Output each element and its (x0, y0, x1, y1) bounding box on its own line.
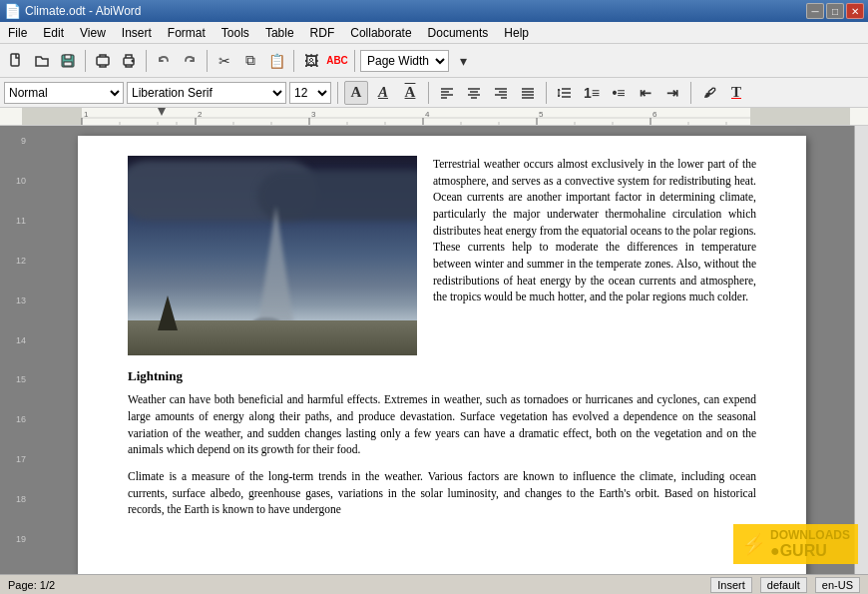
spellcheck-button[interactable]: ABC (325, 49, 349, 73)
statusbar-right: Insert default en-US (710, 577, 860, 593)
svg-rect-27 (22, 108, 854, 126)
font-size-select[interactable]: 12 8 10 14 16 18 24 (289, 82, 331, 104)
paragraph-lightning: Weather can have both beneficial and har… (128, 391, 756, 458)
insert-image-button[interactable]: 🖼 (299, 49, 323, 73)
paragraph-climate: Climate is a measure of the long-term tr… (128, 468, 756, 518)
margin-num-15: 15 (16, 374, 26, 414)
margin-num-14: 14 (16, 335, 26, 375)
align-center-button[interactable] (462, 81, 486, 105)
ruler: 1 2 3 4 5 6 (0, 108, 868, 126)
numbering-button[interactable]: 1≡ (580, 81, 604, 105)
save-button[interactable] (56, 49, 80, 73)
separator-1 (85, 50, 86, 72)
paragraph-weather: Terrestrial weather occurs almost exclus… (433, 156, 756, 305)
redo-button[interactable] (178, 49, 202, 73)
menu-edit[interactable]: Edit (35, 23, 72, 43)
formattoolbar: Normal Heading 1 Heading 2 Heading 3 Lib… (0, 78, 868, 108)
italic-button[interactable]: A (371, 81, 395, 105)
svg-point-6 (132, 60, 134, 62)
page-info: Page: 1/2 (8, 579, 55, 591)
menu-file[interactable]: File (0, 23, 35, 43)
undo-button[interactable] (152, 49, 176, 73)
ruler-svg: 1 2 3 4 5 6 (22, 108, 854, 126)
separator-5 (354, 50, 355, 72)
separator-fmt-2 (428, 82, 429, 104)
indent-button[interactable]: ⇥ (660, 81, 684, 105)
margin-num-9: 9 (21, 136, 26, 176)
zoom-select[interactable]: Page Width 50% 75% 100% 125% 150% 200% (360, 50, 449, 72)
app-icon: 📄 (4, 3, 21, 19)
separator-fmt-4 (690, 82, 691, 104)
status-locale: en-US (815, 577, 860, 593)
margin-num-19: 19 (16, 534, 26, 574)
menu-table[interactable]: Table (257, 23, 302, 43)
margin-num-18: 18 (16, 494, 26, 534)
zoom-dropdown-button[interactable]: ▾ (451, 49, 475, 73)
svg-text:6: 6 (652, 110, 657, 119)
status-default: default (760, 577, 807, 593)
copy-button[interactable]: ⧉ (238, 49, 262, 73)
bullets-button[interactable]: •≡ (607, 81, 631, 105)
toolbar: ✂ ⧉ 📋 🖼 ABC Page Width 50% 75% 100% 125%… (0, 44, 868, 78)
margin-num-10: 10 (16, 176, 26, 216)
svg-text:3: 3 (311, 110, 316, 119)
close-button[interactable]: ✕ (846, 3, 864, 19)
paste-button[interactable]: 📋 (264, 49, 288, 73)
highlight-color-button[interactable]: 🖌 (697, 81, 721, 105)
left-margin: 9 10 11 12 13 14 15 16 17 18 19 (0, 126, 30, 574)
tornado-funnel (258, 206, 294, 325)
statusbar: Page: 1/2 Insert default en-US (0, 574, 868, 594)
menubar: File Edit View Insert Format Tools Table… (0, 22, 868, 44)
separator-2 (146, 50, 147, 72)
svg-text:2: 2 (198, 110, 203, 119)
open-button[interactable] (30, 49, 54, 73)
menu-view[interactable]: View (72, 23, 114, 43)
print-preview-button[interactable] (91, 49, 115, 73)
menu-rdf[interactable]: RDF (302, 23, 343, 43)
menu-collaborate[interactable]: Collaborate (342, 23, 419, 43)
titlebar-left: 📄 Climate.odt - AbiWord (4, 3, 142, 19)
font-select[interactable]: Liberation Serif Arial Times New Roman (127, 82, 286, 104)
titlebar-controls: ─ □ ✕ (806, 3, 864, 19)
outdent-button[interactable]: ⇤ (634, 81, 657, 105)
new-button[interactable] (4, 49, 28, 73)
right-panel (854, 126, 868, 574)
document-container[interactable]: Terrestrial weather occurs almost exclus… (30, 126, 854, 574)
align-justify-button[interactable] (516, 81, 540, 105)
margin-num-12: 12 (16, 256, 26, 296)
underline-button[interactable]: A (398, 81, 422, 105)
margin-num-11: 11 (16, 216, 26, 256)
main-area: 9 10 11 12 13 14 15 16 17 18 19 (0, 126, 868, 574)
heading-lightning: Lightning (128, 367, 756, 385)
paragraph-style-select[interactable]: Normal Heading 1 Heading 2 Heading 3 (4, 82, 124, 104)
print-button[interactable] (117, 49, 141, 73)
menu-insert[interactable]: Insert (114, 23, 160, 43)
image-text-section: Terrestrial weather occurs almost exclus… (128, 156, 756, 355)
status-mode: Insert (710, 577, 752, 593)
svg-text:1: 1 (84, 110, 89, 119)
menu-documents[interactable]: Documents (420, 23, 497, 43)
line-spacing-button[interactable] (553, 81, 577, 105)
menu-format[interactable]: Format (160, 23, 214, 43)
separator-4 (293, 50, 294, 72)
align-right-button[interactable] (489, 81, 513, 105)
bold-button[interactable]: A (344, 81, 368, 105)
minimize-button[interactable]: ─ (806, 3, 824, 19)
separator-fmt-1 (337, 82, 338, 104)
svg-rect-29 (750, 108, 850, 126)
cut-button[interactable]: ✂ (213, 49, 236, 73)
window-title: Climate.odt - AbiWord (25, 4, 142, 18)
svg-rect-2 (65, 55, 71, 59)
menu-tools[interactable]: Tools (214, 23, 257, 43)
align-left-button[interactable] (435, 81, 459, 105)
margin-num-17: 17 (16, 454, 26, 494)
svg-text:5: 5 (539, 110, 544, 119)
maximize-button[interactable]: □ (826, 3, 844, 19)
text-beside-image: Terrestrial weather occurs almost exclus… (433, 156, 756, 355)
svg-rect-0 (11, 54, 19, 66)
svg-rect-4 (97, 57, 109, 65)
margin-num-13: 13 (16, 296, 26, 335)
font-color-button[interactable]: T (724, 81, 748, 105)
titlebar: 📄 Climate.odt - AbiWord ─ □ ✕ (0, 0, 868, 22)
menu-help[interactable]: Help (496, 23, 537, 43)
